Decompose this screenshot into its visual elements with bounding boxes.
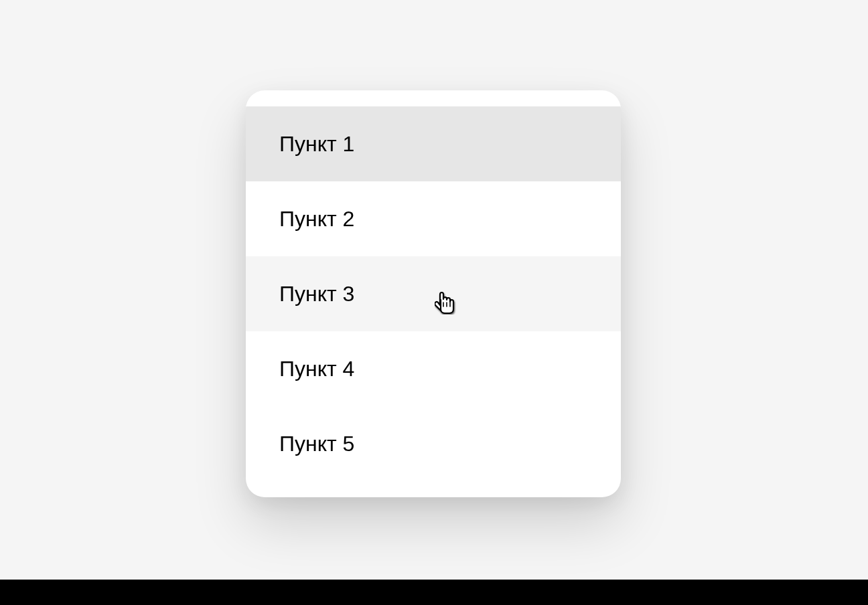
menu-item-5[interactable]: Пункт 5 (246, 406, 621, 481)
menu-item-label: Пункт 2 (279, 207, 354, 232)
bottom-bar (0, 580, 868, 605)
menu-item-label: Пункт 5 (279, 432, 354, 456)
menu-item-label: Пункт 1 (279, 132, 354, 157)
menu-item-4[interactable]: Пункт 4 (246, 331, 621, 406)
menu-item-3[interactable]: Пункт 3 (246, 256, 621, 331)
menu-card: Пункт 1 Пункт 2 Пункт 3 Пункт 4 Пункт 5 (246, 90, 621, 497)
menu-item-label: Пункт 4 (279, 357, 354, 381)
menu-item-label: Пункт 3 (279, 282, 354, 307)
menu-item-1[interactable]: Пункт 1 (246, 106, 621, 181)
menu-item-2[interactable]: Пункт 2 (246, 181, 621, 256)
